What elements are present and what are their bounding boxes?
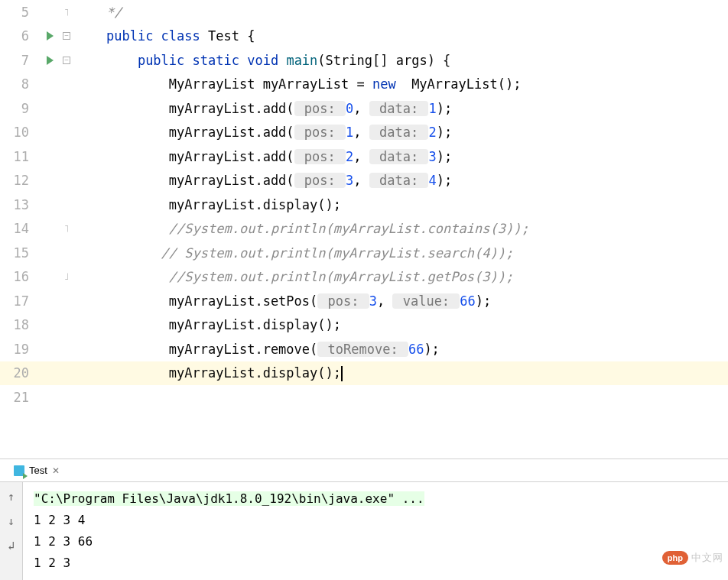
code-line-7[interactable]: 7− public static void main(String[] args… xyxy=(0,48,728,73)
token-op: , xyxy=(353,173,369,188)
code-content[interactable]: myArrayList.add( pos: 1, data: 2); xyxy=(72,125,728,140)
console-tab-test[interactable]: Test ✕ xyxy=(8,462,66,478)
code-line-10[interactable]: 10 myArrayList.add( pos: 1, data: 2); xyxy=(0,121,728,145)
code-content[interactable]: MyArrayList myArrayList = new MyArrayLis… xyxy=(72,76,728,92)
line-number[interactable]: 21 xyxy=(0,390,38,405)
console-line: 1 2 3 4 xyxy=(34,510,717,531)
line-number[interactable]: 7 xyxy=(0,53,38,68)
token-kw: public xyxy=(138,53,193,68)
line-number[interactable]: 10 xyxy=(0,125,38,140)
token-op: ); xyxy=(424,342,439,357)
line-number[interactable]: 13 xyxy=(0,197,38,212)
token-plain: myArrayList.remove( xyxy=(169,342,317,357)
console-toolbar: ↑ ↓ ↲ xyxy=(0,482,23,580)
tab-label: Test xyxy=(29,465,47,476)
token-plain: myArrayList.add( xyxy=(169,125,294,140)
token-hint: pos: xyxy=(317,293,369,309)
line-number[interactable]: 8 xyxy=(0,76,38,92)
line-number[interactable]: 12 xyxy=(0,173,38,188)
line-number[interactable]: 18 xyxy=(0,317,38,332)
token-hint: pos: xyxy=(294,125,346,140)
line-number[interactable]: 20 xyxy=(0,365,38,381)
code-line-5[interactable]: 5˥ */ xyxy=(0,0,728,24)
code-line-20[interactable]: 20 myArrayList.display(); xyxy=(0,361,728,386)
token-kw: public xyxy=(106,28,161,44)
code-content[interactable]: //System.out.println(myArrayList.getPos(… xyxy=(72,269,728,284)
code-line-21[interactable]: 21 xyxy=(0,385,728,410)
fold-region[interactable]: ˩ xyxy=(61,271,72,282)
token-hint: pos: xyxy=(294,101,346,116)
token-plain: myArrayList.display(); xyxy=(169,365,341,381)
code-content[interactable]: //System.out.println(myArrayList.contain… xyxy=(72,221,728,236)
line-number[interactable]: 15 xyxy=(0,245,38,261)
line-number[interactable]: 19 xyxy=(0,342,38,357)
code-editor[interactable]: 5˥ */6− public class Test {7− public sta… xyxy=(0,0,728,458)
console-output[interactable]: "C:\Program Files\Java\jdk1.8.0_192\bin\… xyxy=(23,482,728,580)
code-line-13[interactable]: 13 myArrayList.display(); xyxy=(0,193,728,217)
fold-icon[interactable]: ˩ xyxy=(63,271,69,282)
run-config-icon xyxy=(14,465,24,476)
code-content[interactable]: myArrayList.display(); xyxy=(72,317,728,332)
line-number[interactable]: 16 xyxy=(0,269,38,284)
code-line-9[interactable]: 9 myArrayList.add( pos: 0, data: 1); xyxy=(0,96,728,121)
code-content[interactable]: // System.out.println(myArrayList.search… xyxy=(72,245,728,261)
code-line-8[interactable]: 8 MyArrayList myArrayList = new MyArrayL… xyxy=(0,73,728,97)
token-op: ); xyxy=(437,101,452,116)
scroll-up-icon[interactable]: ↑ xyxy=(8,490,15,504)
fold-icon[interactable]: − xyxy=(63,57,70,64)
console-cmd: "C:\Program Files\Java\jdk1.8.0_192\bin\… xyxy=(34,491,424,506)
fold-icon[interactable]: ˥ xyxy=(63,223,69,234)
code-line-16[interactable]: 16˩ //System.out.println(myArrayList.get… xyxy=(0,265,728,290)
code-line-18[interactable]: 18 myArrayList.display(); xyxy=(0,313,728,338)
token-plain: myArrayList.add( xyxy=(169,149,294,164)
run-gutter-icon[interactable] xyxy=(47,56,54,65)
token-plain: myArrayList.add( xyxy=(169,101,294,116)
fold-region[interactable]: − xyxy=(61,32,72,40)
code-content[interactable]: myArrayList.add( pos: 2, data: 3); xyxy=(72,149,728,164)
fold-region[interactable]: − xyxy=(61,57,72,64)
token-num: 66 xyxy=(408,342,424,357)
fold-icon[interactable]: ˥ xyxy=(63,7,69,18)
token-op: { xyxy=(247,28,255,44)
code-line-11[interactable]: 11 myArrayList.add( pos: 2, data: 3); xyxy=(0,144,728,169)
code-content[interactable]: myArrayList.setPos( pos: 3, value: 66); xyxy=(72,293,728,309)
line-number[interactable]: 5 xyxy=(0,5,38,20)
wrap-icon[interactable]: ↲ xyxy=(8,539,15,552)
token-num: 0 xyxy=(346,101,353,116)
line-number[interactable]: 6 xyxy=(0,28,38,44)
line-number[interactable]: 14 xyxy=(0,221,38,236)
token-comment: //System.out.println(myArrayList.getPos(… xyxy=(169,269,513,284)
text-caret xyxy=(341,366,343,381)
line-number[interactable]: 17 xyxy=(0,293,38,309)
line-number[interactable]: 9 xyxy=(0,101,38,116)
fold-region[interactable]: ˥ xyxy=(61,7,72,18)
token-kw: static xyxy=(193,53,248,68)
token-num: 3 xyxy=(369,293,377,309)
code-content[interactable]: */ xyxy=(72,5,728,20)
code-content[interactable]: public class Test { xyxy=(72,28,728,44)
fold-region[interactable]: ˥ xyxy=(61,223,72,234)
code-line-12[interactable]: 12 myArrayList.add( pos: 3, data: 4); xyxy=(0,169,728,193)
token-hint: toRemove: xyxy=(317,342,408,357)
code-content[interactable]: myArrayList.display(); xyxy=(72,197,728,212)
code-line-15[interactable]: 15 // System.out.println(myArrayList.sea… xyxy=(0,241,728,265)
code-line-17[interactable]: 17 myArrayList.setPos( pos: 3, value: 66… xyxy=(0,289,728,313)
code-line-14[interactable]: 14˥ //System.out.println(myArrayList.con… xyxy=(0,217,728,241)
close-tab-icon[interactable]: ✕ xyxy=(52,465,60,476)
run-gutter-icon[interactable] xyxy=(47,31,54,41)
code-content[interactable]: myArrayList.add( pos: 0, data: 1); xyxy=(72,101,728,116)
line-number[interactable]: 11 xyxy=(0,149,38,164)
scroll-down-icon[interactable]: ↓ xyxy=(8,514,15,528)
token-plain: myArrayList.setPos( xyxy=(169,293,317,309)
token-op: ); xyxy=(476,293,491,309)
token-hint: pos: xyxy=(294,149,346,164)
code-content[interactable]: public static void main(String[] args) { xyxy=(72,53,728,68)
code-content[interactable]: myArrayList.remove( toRemove: 66); xyxy=(72,342,728,357)
fold-icon[interactable]: − xyxy=(63,32,70,40)
code-content[interactable]: myArrayList.display(); xyxy=(72,365,728,381)
code-line-6[interactable]: 6− public class Test { xyxy=(0,24,728,49)
code-line-19[interactable]: 19 myArrayList.remove( toRemove: 66); xyxy=(0,337,728,361)
token-hint: data: xyxy=(369,101,429,116)
code-content[interactable]: myArrayList.add( pos: 3, data: 4); xyxy=(72,173,728,188)
console-tabs: Test ✕ xyxy=(0,459,728,482)
